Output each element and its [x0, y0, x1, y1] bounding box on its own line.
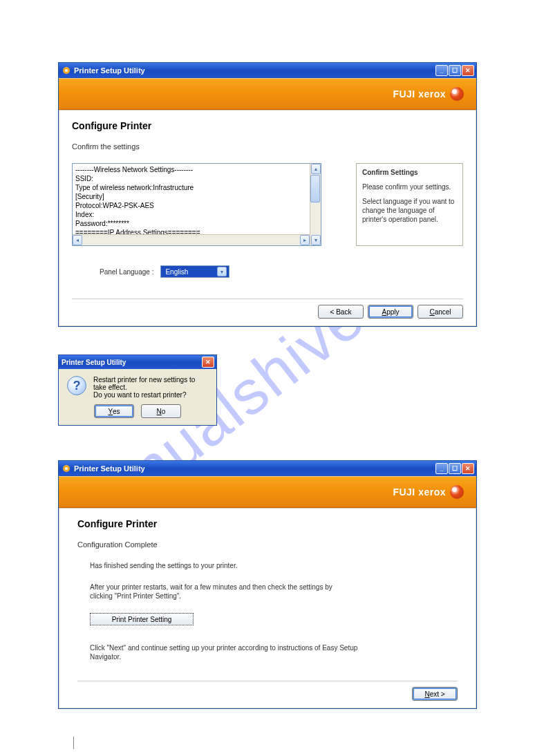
settings-listbox[interactable]: --------Wireless Network Settings-------… — [72, 163, 321, 246]
minimize-button[interactable]: _ — [435, 65, 448, 76]
brand-bar: FUJI xerox — [59, 476, 476, 508]
scroll-down-icon[interactable]: ▾ — [311, 235, 321, 245]
complete-line-2: After your printer restarts, wait for a … — [90, 583, 353, 601]
brand-text: FUJI xerox — [393, 486, 446, 498]
window-configure-printer: Printer Setup Utility _ ☐ ✕ FUJI xerox C… — [58, 62, 477, 327]
restart-printer-dialog: Printer Setup Utility ✕ ? Restart printe… — [58, 355, 217, 426]
page-heading: Configure Printer — [72, 120, 463, 131]
question-icon: ? — [67, 376, 86, 395]
close-button[interactable]: ✕ — [462, 463, 474, 474]
yes-button[interactable]: Yes — [94, 404, 134, 418]
scroll-left-icon[interactable]: ◂ — [73, 235, 82, 245]
confirm-settings-panel: Confirm Settings Please confirm your set… — [356, 163, 463, 246]
settings-line: Password:******** — [75, 219, 318, 228]
maximize-button[interactable]: ☐ — [449, 65, 461, 76]
no-button[interactable]: No — [141, 404, 181, 418]
chevron-down-icon[interactable]: ▾ — [217, 267, 227, 276]
panel-language-label: Panel Language : — [100, 268, 153, 276]
apply-button[interactable]: Apply — [368, 305, 413, 319]
panel-language-select[interactable]: English ▾ — [160, 265, 229, 278]
settings-line: Type of wireless network:Infrastructure — [75, 183, 318, 192]
dialog-close-button[interactable]: ✕ — [202, 357, 214, 368]
dialog-titlebar[interactable]: Printer Setup Utility ✕ — [59, 355, 216, 369]
panel-language-value: English — [165, 268, 188, 276]
brand-bar: FUJI xerox — [59, 78, 476, 110]
page-subheading: Confirm the settings — [72, 142, 463, 151]
page-subheading: Configuration Complete — [77, 540, 458, 549]
print-printer-setting-button[interactable]: Print Printer Setting — [90, 613, 194, 625]
minimize-button[interactable]: _ — [435, 463, 448, 474]
complete-line-3: Click "Next" and continue setting up you… — [90, 643, 366, 661]
confirm-text-2: Select language if you want to change th… — [362, 197, 457, 224]
settings-line: Index: — [75, 210, 318, 219]
back-button[interactable]: < Back — [318, 305, 364, 319]
svg-point-1 — [65, 69, 68, 72]
scroll-up-icon[interactable]: ▴ — [311, 164, 321, 174]
titlebar[interactable]: Printer Setup Utility _ ☐ ✕ — [59, 63, 476, 78]
svg-point-3 — [65, 467, 68, 470]
confirm-text-1: Please confirm your settings. — [362, 182, 457, 191]
settings-line: SSID: — [75, 174, 318, 183]
vertical-scrollbar[interactable]: ▴ ▾ — [310, 164, 321, 245]
page-footer-mark — [73, 737, 477, 749]
dialog-title: Printer Setup Utility — [62, 359, 126, 366]
scroll-right-icon[interactable]: ▸ — [300, 235, 310, 245]
window-title: Printer Setup Utility — [74, 464, 145, 473]
settings-line: --------Wireless Network Settings-------… — [75, 165, 318, 174]
close-button[interactable]: ✕ — [462, 65, 474, 76]
dialog-message: Restart printer for new settings to take… — [93, 376, 208, 399]
window-title: Printer Setup Utility — [74, 66, 145, 75]
window-configuration-complete: Printer Setup Utility _ ☐ ✕ FUJI xerox C… — [58, 460, 477, 709]
next-button[interactable]: Next > — [412, 687, 458, 701]
app-icon — [62, 464, 71, 473]
brand-text: FUJI xerox — [393, 88, 446, 100]
cancel-button[interactable]: Cancel — [417, 305, 463, 319]
maximize-button[interactable]: ☐ — [449, 463, 461, 474]
complete-line-1: Has finished sending the settings to you… — [90, 561, 458, 570]
scroll-thumb[interactable] — [310, 175, 320, 202]
settings-line: Protocol:WPA2-PSK-AES — [75, 201, 318, 210]
titlebar[interactable]: Printer Setup Utility _ ☐ ✕ — [59, 461, 476, 476]
brand-logo-icon — [450, 485, 464, 499]
confirm-title: Confirm Settings — [362, 168, 457, 177]
horizontal-scrollbar[interactable]: ◂ ▸ — [73, 234, 310, 245]
page-heading: Configure Printer — [77, 518, 458, 529]
brand-logo-icon — [450, 87, 464, 101]
settings-line: [Security] — [75, 192, 318, 201]
app-icon — [62, 66, 71, 75]
